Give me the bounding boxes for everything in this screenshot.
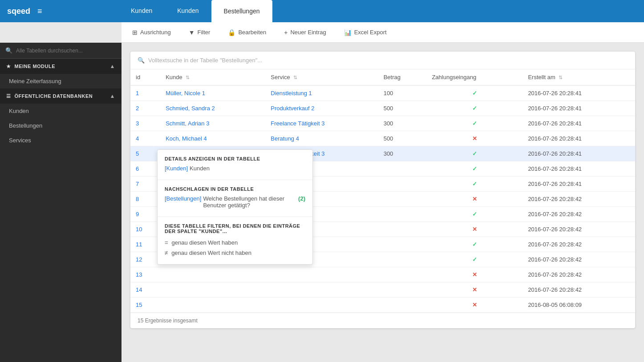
cell-erstellt: 2016-07-26 20:28:41 (522, 146, 635, 161)
cell-erstellt: 2016-07-26 20:28:41 (522, 177, 635, 192)
table-row[interactable]: 13 ✕ 2016-07-26 20:28:42 (130, 267, 635, 282)
cell-service[interactable] (265, 298, 378, 313)
cell-id[interactable]: 5 (130, 146, 160, 161)
cell-id[interactable]: 9 (130, 207, 160, 222)
toolbar: ⊞ Ausrichtung ▼ Filter 🔒 Bearbeiten + Ne… (122, 22, 644, 43)
chevron-up-icon: ▲ (110, 63, 115, 69)
cell-kunde[interactable] (160, 298, 265, 313)
table-row[interactable]: 2 Schmied, Sandra 2 Produktverkauf 2 500… (130, 101, 635, 116)
table-row[interactable]: 14 ✕ 2016-07-26 20:28:42 (130, 282, 635, 298)
cell-betrag (378, 222, 427, 237)
cell-kunde[interactable] (160, 267, 265, 282)
tab-kunden-2[interactable]: Kunden (165, 0, 211, 22)
table-search-input[interactable] (148, 57, 628, 64)
toolbar-filter[interactable]: ▼ Filter (185, 27, 214, 38)
star-icon: ★ (6, 64, 11, 69)
sidebar-item-bestellungen[interactable]: Bestellungen (0, 118, 122, 133)
cell-kunde[interactable]: Koch, Michael 4 (160, 131, 265, 146)
toolbar-neuer-eintrag[interactable]: + Neuer Eintrag (280, 27, 329, 38)
cell-service[interactable] (265, 282, 378, 298)
check-no-icon: ✕ (472, 286, 477, 293)
cell-service[interactable]: Dienstleistung 1 (265, 85, 378, 101)
cell-id[interactable]: 8 (130, 192, 160, 207)
sidebar-section-meine-module: ★ MEINE MODULE ▲ Meine Zeiterfassung (0, 59, 122, 88)
cell-id[interactable]: 3 (130, 116, 160, 131)
cell-service[interactable]: Freelance Tätigkeit 3 (265, 116, 378, 131)
sidebar-section-header-public-db[interactable]: ☰ ÖFFENTLICHE DATENBANKEN ▲ (0, 88, 122, 104)
cell-betrag: 300 (378, 116, 427, 131)
popup-section-nachschlagen: NACHSCHLAGEN IN DER TABELLE [Bestellunge… (158, 180, 312, 217)
table-row[interactable]: 15 ✕ 2016-08-05 06:08:09 (130, 298, 635, 313)
tab-kunden-1[interactable]: Kunden (118, 0, 165, 22)
sidebar-item-meine-zeiterfassung[interactable]: Meine Zeiterfassung (0, 74, 122, 88)
cell-betrag (378, 161, 427, 177)
cell-id[interactable]: 13 (130, 267, 160, 282)
content-area: 🔍 id Kunde ⇅ Service ⇅ Betrag Zahlungsei… (122, 43, 644, 362)
cell-kunde[interactable] (160, 282, 265, 298)
cell-kunde[interactable]: Schmied, Sandra 2 (160, 101, 265, 116)
cell-kunde[interactable]: Müller, Nicole 1 (160, 85, 265, 101)
sidebar-item-services[interactable]: Services (0, 133, 122, 148)
cell-zahlungseingang: ✓ (426, 237, 522, 252)
cell-service[interactable] (265, 267, 378, 282)
cell-zahlungseingang: ✕ (426, 222, 522, 237)
hamburger-icon[interactable]: ≡ (37, 7, 42, 16)
db-icon: ☰ (6, 93, 11, 99)
cell-service[interactable]: Beratung 4 (265, 131, 378, 146)
sidebar-search-input[interactable] (16, 48, 116, 54)
sidebar-item-kunden[interactable]: Kunden (0, 104, 122, 118)
cell-id[interactable]: 4 (130, 131, 160, 146)
check-no-icon: ✕ (472, 196, 477, 202)
table-row[interactable]: 1 Müller, Nicole 1 Dienstleistung 1 100 … (130, 85, 635, 101)
cell-betrag (378, 192, 427, 207)
cell-erstellt: 2016-07-26 20:28:41 (522, 131, 635, 146)
cell-zahlungseingang: ✕ (426, 192, 522, 207)
popup-filter-eq[interactable]: = genau diesen Wert haben (165, 237, 305, 248)
col-betrag: Betrag (378, 69, 427, 85)
cell-kunde[interactable]: Schmitt, Adrian 3 (160, 116, 265, 131)
excel-icon: 📊 (344, 29, 352, 36)
cell-id[interactable]: 11 (130, 237, 160, 252)
cell-zahlungseingang: ✕ (426, 267, 522, 282)
toolbar-bearbeiten[interactable]: 🔒 Bearbeiten (224, 27, 270, 38)
table-row[interactable]: 3 Schmitt, Adrian 3 Freelance Tätigkeit … (130, 116, 635, 131)
cell-zahlungseingang: ✕ (426, 298, 522, 313)
cell-zahlungseingang: ✓ (426, 252, 522, 267)
check-no-icon: ✕ (472, 302, 477, 308)
cell-zahlungseingang: ✓ (426, 101, 522, 116)
check-yes-icon: ✓ (472, 241, 477, 248)
cell-id[interactable]: 14 (130, 282, 160, 298)
cell-id[interactable]: 7 (130, 177, 160, 192)
main-layout: 🔍 ★ MEINE MODULE ▲ Meine Zeiterfassung ☰… (0, 43, 644, 362)
cell-erstellt: 2016-07-26 20:28:42 (522, 252, 635, 267)
brand-logo: sqeed (7, 7, 30, 16)
check-yes-icon: ✓ (472, 256, 477, 263)
lock-icon: 🔒 (228, 29, 235, 36)
check-yes-icon: ✓ (472, 165, 477, 172)
cell-betrag (378, 252, 427, 267)
popup-details-item[interactable]: [Kunden] Kunden (165, 165, 305, 172)
table-card: 🔍 id Kunde ⇅ Service ⇅ Betrag Zahlungsei… (130, 52, 635, 328)
brand-area: sqeed ≡ (7, 7, 109, 16)
cell-id[interactable]: 2 (130, 101, 160, 116)
table-row[interactable]: 4 Koch, Michael 4 Beratung 4 500 ✕ 2016-… (130, 131, 635, 146)
table-search-bar: 🔍 (130, 52, 635, 69)
cell-id[interactable]: 10 (130, 222, 160, 237)
popup-nachschlagen-item[interactable]: [Bestellungen] Welche Bestellungen hat d… (165, 195, 305, 209)
toolbar-ausrichtung[interactable]: ⊞ Ausrichtung (129, 27, 174, 38)
cell-id[interactable]: 12 (130, 252, 160, 267)
cell-erstellt: 2016-07-26 20:28:41 (522, 85, 635, 101)
tab-bestellungen[interactable]: Bestellungen (211, 0, 272, 22)
popup-filter-neq[interactable]: ≠ genau diesen Wert nicht haben (165, 248, 305, 258)
nav-tabs: Kunden Kunden Bestellungen (118, 0, 272, 22)
cell-id[interactable]: 15 (130, 298, 160, 313)
cell-erstellt: 2016-08-05 06:08:09 (522, 298, 635, 313)
cell-erstellt: 2016-07-26 20:28:42 (522, 282, 635, 298)
cell-service[interactable]: Produktverkauf 2 (265, 101, 378, 116)
cell-id[interactable]: 1 (130, 85, 160, 101)
cell-erstellt: 2016-07-26 20:28:42 (522, 207, 635, 222)
col-zahlungseingang: Zahlungseingang (426, 69, 522, 85)
toolbar-excel-export[interactable]: 📊 Excel Export (340, 27, 390, 38)
cell-id[interactable]: 6 (130, 161, 160, 177)
sidebar-section-header-meine-module[interactable]: ★ MEINE MODULE ▲ (0, 59, 122, 74)
